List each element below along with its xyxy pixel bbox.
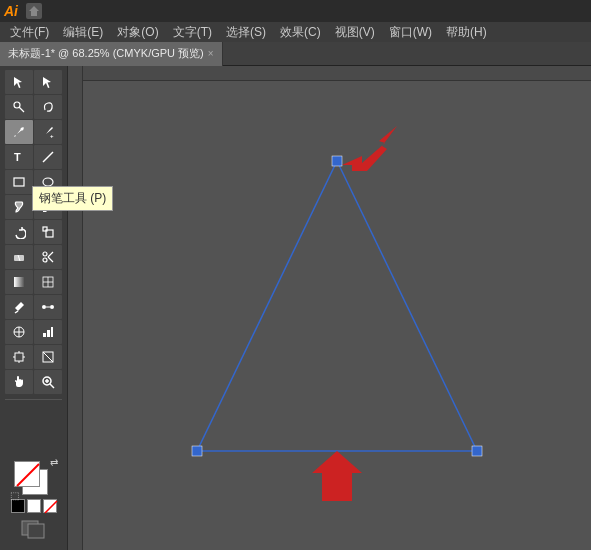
title-bar: Ai <box>0 0 591 22</box>
ruler-h-svg: /* ruler ticks rendered via CSS */ <box>83 66 591 81</box>
menu-help[interactable]: 帮助(H) <box>440 23 493 42</box>
svg-rect-51 <box>332 156 342 166</box>
toolbox: + T <box>0 66 68 550</box>
tool-row-2 <box>5 95 62 119</box>
menu-effect[interactable]: 效果(C) <box>274 23 327 42</box>
menu-text[interactable]: 文字(T) <box>167 23 218 42</box>
svg-point-11 <box>43 178 53 186</box>
menu-bar: 文件(F) 编辑(E) 对象(O) 文字(T) 选择(S) 效果(C) 视图(V… <box>0 22 591 42</box>
menu-file[interactable]: 文件(F) <box>4 23 55 42</box>
svg-point-19 <box>43 258 47 262</box>
svg-rect-32 <box>47 330 50 337</box>
divider <box>5 399 62 400</box>
symbol-spray-tool[interactable] <box>5 320 33 344</box>
magic-wand-tool[interactable] <box>5 95 33 119</box>
pencil-tool[interactable] <box>34 195 62 219</box>
svg-rect-20 <box>14 277 24 287</box>
tool-row-13 <box>5 370 62 394</box>
canvas-area[interactable]: /* ruler ticks rendered via CSS */ <box>68 66 591 550</box>
home-icon <box>26 3 42 19</box>
none-swatch-slash-icon <box>44 500 58 514</box>
menu-edit[interactable]: 编辑(E) <box>57 23 109 42</box>
menu-window[interactable]: 窗口(W) <box>383 23 438 42</box>
scissors-tool[interactable] <box>34 245 62 269</box>
svg-line-16 <box>48 252 53 257</box>
svg-rect-31 <box>43 333 46 337</box>
type-tool[interactable]: T <box>5 145 33 169</box>
tool-row-9 <box>5 270 62 294</box>
svg-line-17 <box>48 257 53 262</box>
hand-tool[interactable] <box>5 370 33 394</box>
triangle-drawing <box>167 121 507 511</box>
tool-row-10 <box>5 295 62 319</box>
svg-point-18 <box>43 252 47 256</box>
tool-row-8 <box>5 245 62 269</box>
add-anchor-tool[interactable]: + <box>34 120 62 144</box>
svg-text:+: + <box>50 133 54 139</box>
tool-row-12 <box>5 345 62 369</box>
color-controls: ⇄ ⬚ <box>9 457 59 546</box>
menu-object[interactable]: 对象(O) <box>111 23 164 42</box>
tool-row-7 <box>5 220 62 244</box>
tool-row-11 <box>5 320 62 344</box>
gradient-tool[interactable] <box>5 270 33 294</box>
black-swatch[interactable] <box>11 499 25 513</box>
rect-tool[interactable] <box>5 170 33 194</box>
svg-rect-10 <box>14 178 24 186</box>
direct-select-tool[interactable] <box>34 70 62 94</box>
tool-row-1 <box>5 70 62 94</box>
swap-colors-icon[interactable]: ⇄ <box>50 457 58 468</box>
svg-point-26 <box>50 305 54 309</box>
paintbrush-tool[interactable] <box>5 195 33 219</box>
none-swatch[interactable] <box>43 499 57 513</box>
vertical-ruler <box>68 66 83 550</box>
ellipse-tool[interactable] <box>34 170 62 194</box>
eyedropper-tool[interactable] <box>5 295 33 319</box>
menu-select[interactable]: 选择(S) <box>220 23 272 42</box>
bar-chart-tool[interactable] <box>34 320 62 344</box>
rotate-tool[interactable] <box>5 220 33 244</box>
horizontal-ruler: /* ruler ticks rendered via CSS */ <box>83 66 591 81</box>
svg-rect-13 <box>43 227 47 231</box>
svg-rect-48 <box>28 524 44 538</box>
document-tab[interactable]: 未标题-1* @ 68.25% (CMYK/GPU 预览) × <box>0 42 223 66</box>
svg-line-45 <box>17 464 39 486</box>
fill-box[interactable] <box>14 461 40 487</box>
drawing-canvas[interactable] <box>83 81 591 550</box>
artboard <box>167 121 507 511</box>
svg-point-5 <box>14 102 20 108</box>
tab-close-button[interactable]: × <box>208 48 214 59</box>
svg-rect-33 <box>51 327 53 337</box>
pen-tool[interactable] <box>5 120 33 144</box>
zoom-tool[interactable] <box>34 370 62 394</box>
fill-stroke-group: ⇄ ⬚ <box>14 461 54 497</box>
line-tool[interactable] <box>34 145 62 169</box>
svg-line-46 <box>45 501 57 513</box>
svg-line-9 <box>43 152 53 162</box>
layers-icon[interactable] <box>20 519 48 542</box>
artboard-tool[interactable] <box>5 345 33 369</box>
scale-tool[interactable] <box>34 220 62 244</box>
none-fill-slash-icon <box>15 462 41 488</box>
svg-marker-50 <box>197 161 477 451</box>
svg-rect-52 <box>192 446 202 456</box>
svg-rect-53 <box>472 446 482 456</box>
lasso-tool[interactable] <box>34 95 62 119</box>
svg-line-24 <box>15 311 18 313</box>
tool-row-3: + <box>5 120 62 144</box>
svg-marker-3 <box>43 77 51 88</box>
reset-colors-icon[interactable]: ⬚ <box>10 490 19 501</box>
white-swatch[interactable] <box>27 499 41 513</box>
tool-row-4: T <box>5 145 62 169</box>
svg-point-25 <box>42 305 46 309</box>
tool-row-6 <box>5 195 62 219</box>
select-tool[interactable] <box>5 70 33 94</box>
blend-tool[interactable] <box>34 295 62 319</box>
main-area: + T <box>0 66 591 550</box>
mesh-tool[interactable] <box>34 270 62 294</box>
eraser-tool[interactable] <box>5 245 33 269</box>
slice-tool[interactable] <box>34 345 62 369</box>
tab-bar: 未标题-1* @ 68.25% (CMYK/GPU 预览) × <box>0 42 591 66</box>
svg-line-4 <box>19 107 24 112</box>
menu-view[interactable]: 视图(V) <box>329 23 381 42</box>
